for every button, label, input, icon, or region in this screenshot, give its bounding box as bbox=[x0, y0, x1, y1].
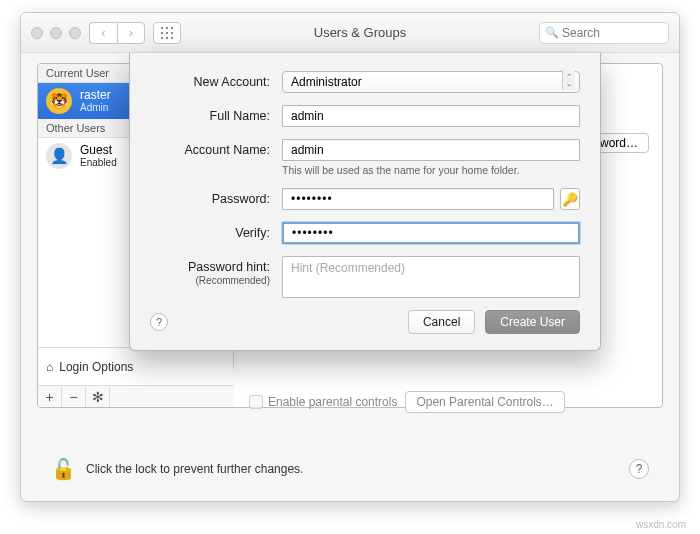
hint-placeholder: Hint (Recommended) bbox=[291, 261, 405, 275]
login-options-row[interactable]: ⌂ Login Options bbox=[38, 347, 234, 385]
user-role: Admin bbox=[80, 102, 111, 113]
key-icon: 🔑 bbox=[562, 192, 578, 207]
avatar: 👤 bbox=[46, 143, 72, 169]
full-name-label: Full Name: bbox=[150, 105, 270, 124]
svg-rect-1 bbox=[166, 27, 168, 29]
full-name-input[interactable]: admin bbox=[282, 105, 580, 127]
create-user-button[interactable]: Create User bbox=[485, 310, 580, 334]
preferences-window: ‹ › Users & Groups Search Current User 🐯… bbox=[20, 12, 680, 502]
zoom-icon[interactable] bbox=[69, 27, 81, 39]
verify-label: Verify: bbox=[150, 222, 270, 241]
search-placeholder: Search bbox=[562, 26, 600, 40]
new-user-sheet: New Account: Administrator Full Name: ad… bbox=[129, 53, 601, 351]
create-label: Create User bbox=[500, 315, 565, 329]
password-assistant-button[interactable]: 🔑 bbox=[560, 188, 580, 210]
svg-rect-0 bbox=[161, 27, 163, 29]
account-name-value: admin bbox=[291, 143, 324, 157]
user-meta: raster Admin bbox=[80, 89, 111, 113]
house-icon: ⌂ bbox=[46, 360, 53, 374]
show-all-button[interactable] bbox=[153, 22, 181, 44]
svg-rect-8 bbox=[171, 37, 173, 39]
user-role: Enabled bbox=[80, 157, 117, 168]
nav-buttons: ‹ › bbox=[89, 22, 145, 44]
account-type-value: Administrator bbox=[291, 75, 362, 89]
forward-button[interactable]: › bbox=[117, 22, 145, 44]
back-button[interactable]: ‹ bbox=[89, 22, 117, 44]
svg-rect-5 bbox=[171, 32, 173, 34]
cancel-button[interactable]: Cancel bbox=[408, 310, 475, 334]
hint-label: Password hint: (Recommended) bbox=[150, 256, 270, 287]
sheet-help-button[interactable]: ? bbox=[150, 313, 168, 331]
verify-input[interactable] bbox=[282, 222, 580, 244]
svg-rect-7 bbox=[166, 37, 168, 39]
sheet-footer: ? Cancel Create User bbox=[150, 310, 580, 334]
help-button[interactable]: ? bbox=[629, 459, 649, 479]
sidebar-footer: + − ✻ bbox=[38, 385, 234, 407]
svg-rect-2 bbox=[171, 27, 173, 29]
password-label: Password: bbox=[150, 188, 270, 207]
avatar: 🐯 bbox=[46, 88, 72, 114]
window-title: Users & Groups bbox=[181, 25, 539, 40]
titlebar: ‹ › Users & Groups Search bbox=[21, 13, 679, 53]
user-meta: Guest Enabled bbox=[80, 144, 117, 168]
full-name-value: admin bbox=[291, 109, 324, 123]
svg-rect-3 bbox=[161, 32, 163, 34]
lock-row: 🔓 Click the lock to prevent further chan… bbox=[51, 457, 649, 481]
grid-icon bbox=[161, 27, 173, 39]
unlock-icon[interactable]: 🔓 bbox=[51, 457, 76, 481]
add-user-button[interactable]: + bbox=[38, 386, 62, 407]
svg-rect-6 bbox=[161, 37, 163, 39]
account-name-input[interactable]: admin bbox=[282, 139, 580, 161]
remove-user-button[interactable]: − bbox=[62, 386, 86, 407]
lock-message: Click the lock to prevent further change… bbox=[86, 462, 303, 476]
hint-label-sub: (Recommended) bbox=[150, 275, 270, 287]
account-name-label: Account Name: bbox=[150, 139, 270, 158]
open-parental-button[interactable]: Open Parental Controls… bbox=[405, 391, 564, 413]
watermark: wsxdn.com bbox=[636, 519, 686, 530]
user-name: Guest bbox=[80, 144, 117, 157]
minimize-icon[interactable] bbox=[50, 27, 62, 39]
checkbox-icon[interactable] bbox=[249, 395, 263, 409]
cancel-label: Cancel bbox=[423, 315, 460, 329]
svg-rect-4 bbox=[166, 32, 168, 34]
search-input[interactable]: Search bbox=[539, 22, 669, 44]
user-name: raster bbox=[80, 89, 111, 102]
login-options-label: Login Options bbox=[59, 360, 133, 374]
window-controls bbox=[31, 27, 81, 39]
actions-menu-button[interactable]: ✻ bbox=[86, 386, 110, 407]
open-parental-label: Open Parental Controls… bbox=[416, 395, 553, 409]
hint-input[interactable]: Hint (Recommended) bbox=[282, 256, 580, 298]
close-icon[interactable] bbox=[31, 27, 43, 39]
hint-label-main: Password hint: bbox=[188, 260, 270, 274]
enable-parental-checkbox[interactable]: Enable parental controls bbox=[249, 395, 397, 409]
password-input[interactable] bbox=[282, 188, 554, 210]
account-name-help: This will be used as the name for your h… bbox=[282, 164, 580, 176]
enable-parental-label: Enable parental controls bbox=[268, 395, 397, 409]
account-type-select[interactable]: Administrator bbox=[282, 71, 580, 93]
new-account-label: New Account: bbox=[150, 71, 270, 90]
parental-controls-row: Enable parental controls Open Parental C… bbox=[249, 391, 663, 413]
